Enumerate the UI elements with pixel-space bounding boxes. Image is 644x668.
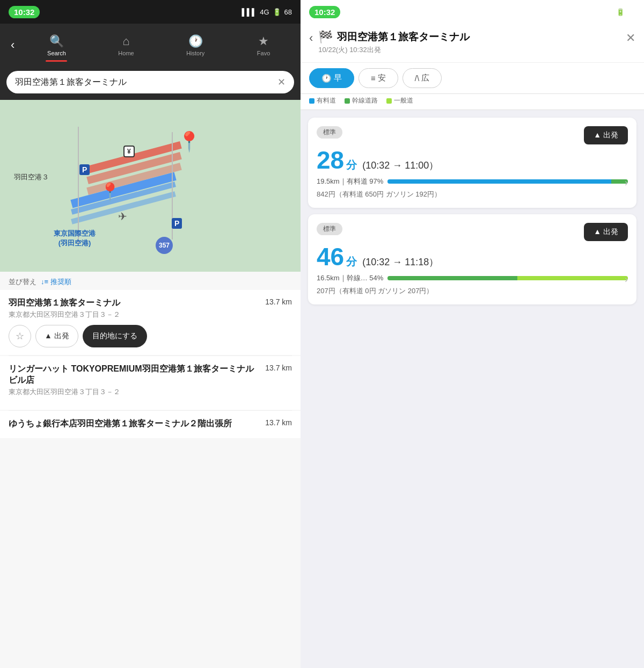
nav-item-search[interactable]: 🔍 Search	[41, 31, 72, 60]
favorites-nav-icon: ★	[258, 34, 269, 48]
route-card-1[interactable]: 標準 ▲ 出発 46 分 (10:32 → 11:18） 16.5km｜幹線… …	[308, 214, 636, 304]
card-min-label-0: 分	[346, 158, 357, 172]
route-close-button[interactable]: ✕	[626, 31, 635, 45]
result-header-1: リンガーハット TOKYOPREMIUM羽田空港第１旅客ターミナルビル店 13.…	[9, 364, 292, 386]
history-nav-icon: 🕐	[188, 34, 203, 48]
nav-item-history[interactable]: 🕐 History	[180, 31, 211, 60]
nav-item-favorites[interactable]: ★ Favo	[251, 31, 276, 60]
wide-tab-icon: /\	[415, 74, 419, 83]
card-chevron-0: ›	[625, 177, 628, 188]
map-p-badge-1: P	[79, 164, 90, 175]
result-name-1: リンガーハット TOKYOPREMIUM羽田空港第１旅客ターミナルビル店	[9, 364, 261, 386]
home-nav-icon: ⌂	[122, 34, 129, 48]
route-back-button[interactable]: ‹	[309, 31, 313, 45]
card-dist-info-1: 16.5km｜幹線… 54%	[317, 273, 383, 283]
card-time-range-0: (10:32 → 11:00）	[362, 159, 438, 172]
legend-toll-dot	[309, 98, 314, 104]
route-legend: 有料道 幹線道路 一般道	[301, 94, 644, 110]
result-item-0[interactable]: 羽田空港第１旅客ターミナル 13.7 km 東京都大田区羽田空港３丁目３－２ ☆…	[0, 290, 301, 355]
sort-label: 並び替え	[9, 277, 36, 287]
cheap-tab-icon: ≡	[371, 74, 376, 83]
status-time-right: 10:32	[309, 6, 340, 18]
route-card-0[interactable]: 標準 ▲ 出発 28 分 (10:32 → 11:00） 19.5km｜有料道 …	[308, 118, 636, 208]
card-time-range-1: (10:32 → 11:18）	[362, 256, 438, 268]
legend-main-label: 幹線道路	[352, 96, 378, 105]
route-departure-time: 10/22(火) 10:32出発	[318, 45, 620, 55]
status-icons-right: ▌▌▌ 4G 🔋 68	[586, 8, 635, 16]
route-header: ‹ 🏁 羽田空港第１旅客ターミナル 10/22(火) 10:32出発 ✕	[301, 24, 644, 63]
status-bar-left: 10:32 ▌▌▌ 4G 🔋 68	[0, 0, 301, 24]
map-yen-badge: ¥	[123, 146, 135, 157]
result-item-2[interactable]: ゆうちょ銀行本店羽田空港第１旅客ターミナル２階出張所 13.7 km	[0, 411, 301, 438]
tab-wide[interactable]: /\ 広	[402, 68, 442, 88]
card-cost-row-0: 842円（有料道 650円 ガソリン 192円）	[317, 190, 628, 199]
nav-back-button[interactable]: ‹	[4, 34, 21, 56]
card-progress-bar-1	[387, 276, 628, 280]
favorite-button-0[interactable]: ☆	[9, 325, 31, 347]
signal-bars-icon: ▌▌▌	[242, 8, 257, 16]
results-container: 並び替え ↓≡ 推奨順 羽田空港第１旅客ターミナル 13.7 km 東京都大田区…	[0, 272, 301, 668]
legend-toll-label: 有料道	[317, 96, 336, 105]
cheap-tab-label: 安	[378, 73, 386, 83]
result-actions-0: ☆ ▲ 出発 目的地にする	[9, 325, 292, 347]
map-p-badge-2: P	[172, 218, 182, 229]
map-airplane-icon: ✈	[118, 210, 127, 223]
card-depart-button-1[interactable]: ▲ 出発	[584, 223, 628, 241]
search-clear-button[interactable]: ✕	[277, 76, 286, 88]
status-time-left: 10:32	[9, 6, 40, 18]
battery-level-right: 68	[628, 8, 635, 16]
nav-items: 🔍 Search ⌂ Home 🕐 History ★ Favo	[21, 31, 296, 60]
result-dist-2: 13.7 km	[265, 418, 292, 427]
destination-button-0[interactable]: 目的地にする	[83, 325, 147, 347]
nav-label-search: Search	[47, 50, 66, 56]
battery-level-left: 68	[284, 8, 292, 16]
result-item-1[interactable]: リンガーハット TOKYOPREMIUM羽田空港第１旅客ターミナルビル店 13.…	[0, 356, 301, 410]
search-input-row[interactable]: 羽田空港第１旅客ターミナル ✕	[6, 71, 294, 93]
card-depart-button-0[interactable]: ▲ 出発	[584, 126, 628, 144]
card-cost-row-1: 207円（有料道 0円 ガソリン 207円）	[317, 286, 628, 296]
tab-fast[interactable]: 🕐 早	[309, 68, 354, 88]
result-address-1: 東京都大田区羽田空港３丁目３－２	[9, 387, 292, 397]
map-red-pin: 📍	[177, 132, 201, 151]
sort-value-button[interactable]: ↓≡ 推奨順	[41, 277, 71, 287]
nav-label-home: Home	[118, 50, 134, 56]
nav-bar: ‹ 🔍 Search ⌂ Home 🕐 History ★ Favo	[0, 24, 301, 67]
legend-main-road: 幹線道路	[345, 96, 378, 105]
nav-item-home[interactable]: ⌂ Home	[112, 31, 140, 60]
fast-tab-icon: 🕐	[321, 74, 332, 83]
map-road-gray-1	[78, 127, 79, 245]
depart-button-0[interactable]: ▲ 出発	[35, 325, 78, 347]
card-info-row-1: 16.5km｜幹線… 54%	[317, 273, 628, 283]
tab-cheap[interactable]: ≡ 安	[358, 68, 398, 88]
card-top-row-0: 標準 ▲ 出発	[317, 126, 628, 144]
result-dist-1: 13.7 km	[265, 364, 292, 372]
signal-bars-icon-right: ▌▌▌	[586, 8, 601, 16]
card-min-label-1: 分	[346, 255, 357, 269]
map-shopping-pin: 📍	[99, 183, 121, 200]
nav-label-favorites: Favo	[257, 50, 270, 56]
map-357-badge: 357	[156, 237, 173, 254]
result-name-2: ゆうちょ銀行本店羽田空港第１旅客ターミナル２階出張所	[9, 418, 261, 430]
result-address-0: 東京都大田区羽田空港３丁目３－２	[9, 310, 292, 320]
progress-lime-1	[517, 276, 628, 280]
legend-toll-road: 有料道	[309, 96, 336, 105]
card-minutes-1: 46	[317, 244, 344, 269]
card-time-row-0: 28 分 (10:32 → 11:00）	[317, 148, 628, 172]
card-chevron-1: ›	[625, 274, 628, 285]
search-bar-container: 羽田空港第１旅客ターミナル ✕	[0, 67, 301, 100]
card-info-row-0: 19.5km｜有料道 97%	[317, 177, 628, 186]
legend-main-dot	[345, 98, 350, 104]
legend-local-label: 一般道	[394, 96, 413, 105]
wide-tab-label: 広	[421, 73, 429, 83]
checkerboard-icon: 🏁	[318, 30, 333, 44]
legend-local-road: 一般道	[386, 96, 413, 105]
network-type-left: 4G	[260, 8, 269, 16]
card-dist-info-0: 19.5km｜有料道 97%	[317, 177, 383, 186]
map-area[interactable]: 羽田空港３ 東京国際空港(羽田空港) ¥ P P 357 📍 📍 ✈	[0, 100, 301, 272]
battery-icon-left: 🔋	[273, 8, 281, 16]
search-input-text: 羽田空港第１旅客ターミナル	[15, 77, 273, 88]
left-panel: 10:32 ▌▌▌ 4G 🔋 68 ‹ 🔍 Search ⌂ Home 🕐 Hi…	[0, 0, 301, 668]
card-top-row-1: 標準 ▲ 出発	[317, 223, 628, 241]
status-icons-left: ▌▌▌ 4G 🔋 68	[242, 8, 292, 16]
network-type-right: 4G	[603, 8, 612, 16]
